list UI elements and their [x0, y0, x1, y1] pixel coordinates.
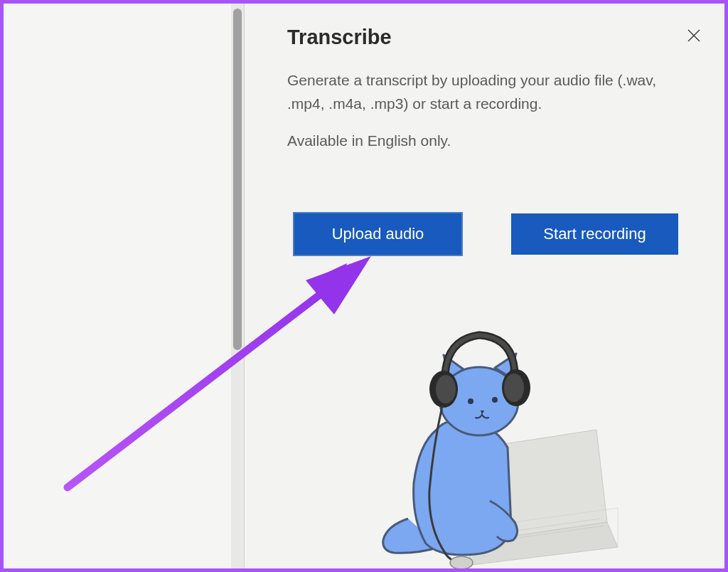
svg-point-10	[504, 374, 524, 402]
panel-description: Generate a transcript by uploading your …	[287, 69, 685, 115]
svg-point-6	[492, 397, 498, 403]
panel-title: Transcribe	[287, 26, 392, 49]
svg-point-8	[436, 375, 456, 403]
svg-point-11	[450, 556, 473, 568]
start-recording-button[interactable]: Start recording	[511, 213, 678, 255]
panel-subtext: Available in English only.	[287, 132, 707, 149]
svg-point-5	[468, 398, 473, 404]
close-button[interactable]	[681, 26, 707, 48]
close-icon	[687, 27, 701, 46]
document-area	[0, 0, 231, 572]
upload-audio-button[interactable]: Upload audio	[294, 213, 461, 255]
cat-illustration	[337, 319, 636, 568]
scrollbar[interactable]	[231, 0, 244, 572]
transcribe-panel: Transcribe Generate a transcript by uplo…	[245, 0, 728, 572]
scrollbar-thumb[interactable]	[233, 9, 242, 350]
